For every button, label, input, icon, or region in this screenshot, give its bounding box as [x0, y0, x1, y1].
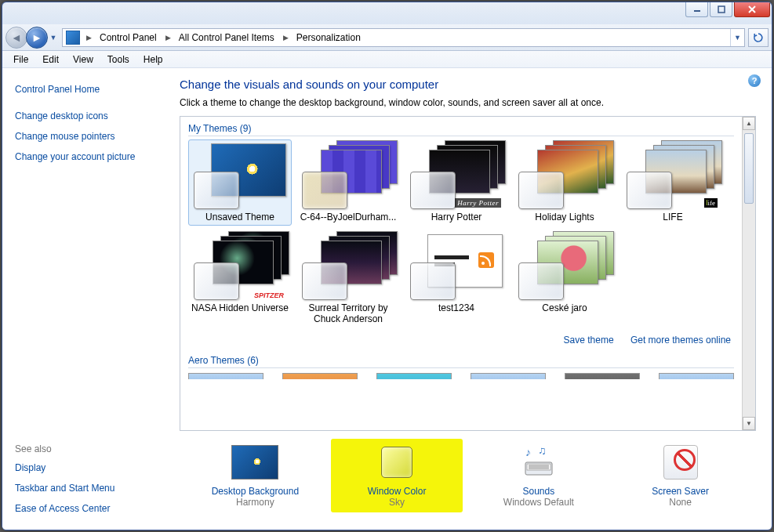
- theme-grid-mythemes: Unsaved Theme C-64--ByJoelDurham...: [188, 139, 734, 327]
- back-button[interactable]: ◄: [5, 27, 27, 49]
- svg-rect-0: [694, 10, 700, 12]
- menu-view[interactable]: View: [67, 52, 100, 67]
- window-color-icon: [373, 443, 420, 481]
- theme-action-links: Save theme Get more themes online: [188, 335, 731, 346]
- screen-saver-card[interactable]: Screen Saver None: [615, 439, 747, 512]
- sidebar-link-desktop-icons[interactable]: Change desktop icons: [15, 110, 158, 121]
- forward-button[interactable]: ►: [26, 27, 48, 49]
- location-icon: [66, 31, 80, 45]
- card-value: Sky: [332, 497, 461, 508]
- window-color-card[interactable]: Window Color Sky: [331, 439, 463, 512]
- theme-item-nasa[interactable]: SPITZER NASA Hidden Universe: [188, 230, 292, 328]
- sounds-icon: ♪ ♫: [515, 443, 562, 481]
- theme-color-chip: [194, 172, 239, 209]
- window-frame: ◄ ► ▼ ▶ Control Panel ▶ All Control Pane…: [2, 2, 772, 530]
- sidebar-link-ease-access[interactable]: Ease of Access Center: [15, 503, 158, 514]
- theme-label: Holiday Lights: [515, 212, 614, 223]
- page-subtitle: Click a theme to change the desktop back…: [180, 97, 756, 108]
- minimize-button[interactable]: [685, 2, 708, 17]
- theme-label: NASA Hidden Universe: [191, 303, 289, 314]
- sidebar-seealso-heading: See also: [15, 443, 158, 454]
- theme-color-chip: [194, 262, 239, 300]
- theme-label: Unsaved Theme: [191, 212, 289, 223]
- sounds-card[interactable]: ♪ ♫ Sounds Windows Default: [473, 439, 605, 512]
- sidebar-link-mouse-pointers[interactable]: Change mouse pointers: [15, 131, 158, 142]
- card-value: Harmony: [191, 497, 319, 508]
- theme-color-chip: [410, 172, 456, 209]
- breadcrumb-seg-control-panel[interactable]: Control Panel: [95, 29, 162, 46]
- menu-help[interactable]: Help: [137, 52, 169, 67]
- menu-file[interactable]: File: [7, 52, 35, 67]
- close-button[interactable]: [734, 2, 770, 17]
- section-header-aero: Aero Themes (6): [188, 355, 734, 368]
- navigation-bar: ◄ ► ▼ ▶ Control Panel ▶ All Control Pane…: [2, 24, 772, 51]
- sidebar-link-display[interactable]: Display: [15, 462, 158, 473]
- theme-color-chip: [518, 262, 564, 300]
- sidebar-home-link[interactable]: Control Panel Home: [15, 84, 158, 95]
- theme-item-unsaved[interactable]: Unsaved Theme: [188, 139, 292, 226]
- chevron-right-icon: ▶: [83, 34, 95, 42]
- rss-icon: [478, 252, 494, 268]
- card-title: Desktop Background: [191, 486, 319, 497]
- menu-tools[interactable]: Tools: [101, 52, 136, 67]
- sidebar: Control Panel Home Change desktop icons …: [2, 68, 170, 530]
- breadcrumb-seg-all-items[interactable]: All Control Panel Items: [174, 29, 280, 46]
- theme-label: Harry Potter: [407, 212, 506, 223]
- theme-item-test1234[interactable]: test1234: [405, 230, 508, 328]
- card-title: Window Color: [332, 486, 461, 497]
- address-bar[interactable]: ▶ Control Panel ▶ All Control Panel Item…: [62, 28, 745, 47]
- theme-badge: SPITZER: [252, 291, 286, 300]
- help-icon[interactable]: ?: [748, 74, 761, 87]
- desktop-background-card[interactable]: Desktop Background Harmony: [189, 439, 321, 512]
- theme-label: LIFE: [623, 212, 722, 223]
- card-value: None: [616, 497, 745, 508]
- scroll-thumb[interactable]: [744, 133, 754, 204]
- theme-item-holiday-lights[interactable]: Holiday Lights: [513, 139, 616, 226]
- chevron-right-icon: ▶: [280, 34, 292, 42]
- theme-item-c64[interactable]: C-64--ByJoelDurham...: [296, 139, 400, 226]
- vertical-scrollbar[interactable]: ▲ ▼: [742, 117, 755, 430]
- theme-badge: Harry Potter: [455, 198, 501, 208]
- theme-color-chip: [302, 172, 347, 209]
- scroll-track[interactable]: [743, 130, 755, 417]
- section-header-mythemes: My Themes (9): [188, 123, 734, 136]
- theme-item-surreal[interactable]: Surreal Territory by Chuck Anderson: [296, 230, 400, 328]
- page-title: Change the visuals and sounds on your co…: [180, 78, 756, 91]
- scroll-up-button[interactable]: ▲: [743, 117, 755, 130]
- section-header-label: Aero Themes (6): [188, 355, 259, 366]
- nav-history-dropdown[interactable]: ▼: [48, 34, 59, 42]
- more-themes-link[interactable]: Get more themes online: [630, 335, 731, 346]
- titlebar: [2, 2, 772, 24]
- theme-label: Surreal Territory by Chuck Anderson: [299, 303, 398, 325]
- theme-label: České jaro: [515, 303, 614, 314]
- themes-scroll-area: My Themes (9) Unsaved Theme: [180, 117, 742, 430]
- menu-edit[interactable]: Edit: [36, 52, 65, 67]
- theme-color-chip: [410, 262, 456, 300]
- theme-color-chip: [302, 262, 347, 300]
- screen-saver-icon: [657, 443, 704, 481]
- settings-bottom-bar: Desktop Background Harmony Window Color …: [180, 431, 756, 523]
- address-dropdown[interactable]: ▼: [730, 29, 744, 46]
- card-value: Windows Default: [474, 497, 603, 508]
- theme-item-harry-potter[interactable]: Harry Potter Harry Potter: [405, 139, 508, 226]
- scroll-down-button[interactable]: ▼: [743, 417, 755, 430]
- theme-item-life[interactable]: life LIFE: [621, 139, 725, 226]
- svg-text:♫: ♫: [538, 445, 547, 457]
- theme-color-chip: [627, 172, 672, 209]
- theme-item-ceske-jaro[interactable]: České jaro: [513, 230, 616, 328]
- sidebar-link-taskbar[interactable]: Taskbar and Start Menu: [15, 483, 158, 494]
- refresh-button[interactable]: [748, 28, 769, 47]
- section-header-label: My Themes (9): [188, 123, 251, 134]
- maximize-button[interactable]: [710, 2, 732, 17]
- theme-badge: life: [704, 198, 718, 208]
- theme-label: test1234: [407, 303, 506, 314]
- card-title: Screen Saver: [616, 486, 745, 497]
- svg-text:♪: ♪: [525, 446, 531, 458]
- sidebar-link-account-picture[interactable]: Change your account picture: [15, 151, 158, 162]
- theme-color-chip: [518, 172, 564, 209]
- desktop-background-icon: [231, 443, 278, 481]
- breadcrumb-seg-personalization[interactable]: Personalization: [292, 29, 366, 46]
- nav-buttons: ◄ ► ▼: [5, 27, 59, 49]
- main-panel: ? Change the visuals and sounds on your …: [170, 68, 772, 530]
- save-theme-link[interactable]: Save theme: [564, 335, 614, 346]
